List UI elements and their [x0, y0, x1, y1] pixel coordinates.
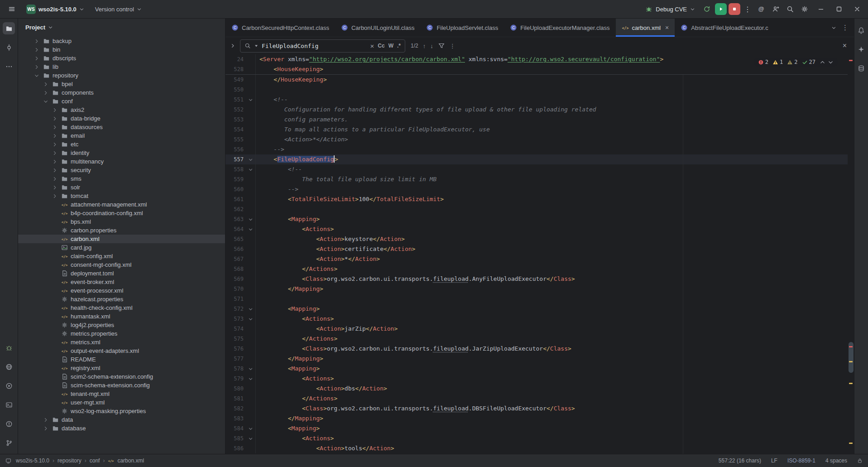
line-number[interactable]: 566	[225, 244, 245, 254]
mentions-button[interactable]: @	[755, 3, 767, 15]
close-search-button[interactable]: ×	[843, 42, 849, 50]
code-line-583[interactable]: 583 </Mapping>	[225, 414, 854, 424]
tree-item-datasources[interactable]: datasources	[18, 123, 225, 131]
tab-carbon.xml[interactable]: </>carbon.xml×	[616, 19, 675, 37]
line-number[interactable]: 571	[225, 294, 245, 304]
tree-item-lib[interactable]: lib	[18, 63, 225, 71]
code-line-557[interactable]: 557 <FileUploadConfig>	[225, 154, 854, 164]
filter-icon[interactable]	[438, 42, 445, 49]
tree-item-card.jpg[interactable]: card.jpg	[18, 243, 225, 252]
previous-match-button[interactable]: ↑	[423, 43, 426, 49]
tree-item-health-check-config.xml[interactable]: </>health-check-config.xml	[18, 303, 225, 312]
search-field[interactable]: FileUploadConfig × Cc W .*	[240, 39, 405, 53]
tree-item-scim2-schema-extension.config[interactable]: scim2-schema-extension.config	[18, 372, 225, 381]
rerun-button[interactable]	[700, 3, 713, 15]
tree-item-humantask.xml[interactable]: </>humantask.xml	[18, 312, 225, 321]
regex-toggle[interactable]: .*	[397, 43, 401, 49]
warning-stripe-mark[interactable]	[849, 443, 853, 444]
line-number[interactable]: 583	[225, 414, 245, 424]
chevron-right-icon[interactable]	[51, 149, 58, 157]
workspace-icon[interactable]	[5, 458, 11, 464]
chevron-right-icon[interactable]	[33, 38, 40, 45]
next-match-button[interactable]: ↓	[430, 43, 433, 49]
editor-scrollbar[interactable]	[848, 54, 854, 454]
words-toggle[interactable]: W	[388, 43, 393, 49]
tree-item-etc[interactable]: etc	[18, 140, 225, 149]
line-number[interactable]: 584	[225, 424, 245, 433]
tree-item-output-event-adapters.xml[interactable]: </>output-event-adapters.xml	[18, 347, 225, 355]
warning-stripe-mark[interactable]	[849, 361, 853, 362]
code-line-550[interactable]: 550	[225, 85, 854, 95]
tab-FileUploadExecutorManager.class[interactable]: CFileUploadExecutorManager.class	[504, 19, 615, 37]
line-number[interactable]: 564	[225, 224, 245, 234]
chevron-right-icon[interactable]	[42, 81, 49, 88]
line-number[interactable]: 569	[225, 274, 245, 284]
line-number[interactable]: 565	[225, 234, 245, 244]
line-number[interactable]: 585	[225, 433, 245, 443]
code-line-563[interactable]: 563 <Mapping>	[225, 214, 854, 224]
code-line-569[interactable]: 569 <Class>org.wso2.carbon.ui.transports…	[225, 274, 854, 284]
code-line-570[interactable]: 570 </Mapping>	[225, 284, 854, 294]
tree-item-data[interactable]: data	[18, 415, 225, 424]
clear-search-icon[interactable]: ×	[370, 43, 374, 49]
more-tools-button[interactable]	[3, 60, 15, 72]
tree-item-sms[interactable]: sms	[18, 174, 225, 183]
tree-item-data-bridge[interactable]: data-bridge	[18, 114, 225, 123]
tree-item-tomcat[interactable]: tomcat	[18, 192, 225, 200]
code-line-560[interactable]: 560 -->	[225, 184, 854, 194]
code-line-574[interactable]: 574 <Action>jarZip</Action>	[225, 324, 854, 334]
chevron-right-icon[interactable]	[51, 115, 58, 122]
line-number[interactable]: 551	[225, 95, 245, 105]
fold-icon[interactable]	[245, 214, 255, 224]
code-line-573[interactable]: 573 <Actions>	[225, 314, 854, 324]
project-widget[interactable]: WS wso2is-5.10.0	[24, 3, 87, 15]
chevron-right-icon[interactable]	[51, 184, 58, 191]
tree-item-backup[interactable]: backup	[18, 37, 225, 45]
code-line-578[interactable]: 578 <Mapping>	[225, 364, 854, 374]
code-editor[interactable]: 24<Server xmlns="http://wso2.org/project…	[225, 54, 854, 454]
code-line-553[interactable]: 553 config parameters.	[225, 115, 854, 125]
fold-icon[interactable]	[245, 304, 255, 314]
search-everywhere-button[interactable]	[784, 3, 796, 15]
line-number[interactable]: 572	[225, 304, 245, 314]
tab-AbstractFileUploadExecutor.c[interactable]: CAbstractFileUploadExecutor.c	[675, 19, 774, 37]
tree-item-scim-schema-extension.config[interactable]: scim-schema-extension.config	[18, 381, 225, 390]
error-stripe-mark[interactable]	[849, 60, 853, 61]
main-menu-button[interactable]	[5, 3, 18, 15]
tree-item-conf[interactable]: conf	[18, 97, 225, 106]
line-number[interactable]: 528	[225, 64, 245, 74]
code-line-582[interactable]: 582 <Class>org.wso2.carbon.ui.transports…	[225, 404, 854, 414]
chevron-right-icon[interactable]	[51, 106, 58, 114]
line-number[interactable]: 559	[225, 174, 245, 184]
tab-options-button[interactable]: ⋮	[842, 24, 849, 32]
minimize-button[interactable]	[813, 0, 829, 18]
line-number[interactable]: 550	[225, 85, 245, 95]
readonly-lock-icon[interactable]	[857, 458, 863, 463]
match-case-toggle[interactable]: Cc	[378, 43, 384, 49]
next-problem-icon[interactable]	[828, 59, 834, 65]
tree-item-bin[interactable]: bin	[18, 45, 225, 54]
code-line-554[interactable]: 554 To map all actions to a particular F…	[225, 125, 854, 135]
tree-item-security[interactable]: security	[18, 166, 225, 174]
line-number[interactable]: 558	[225, 164, 245, 174]
git-tool-button[interactable]	[3, 437, 15, 449]
fold-icon[interactable]	[245, 314, 255, 324]
line-number[interactable]: 573	[225, 314, 245, 324]
breadcrumb-item-conf[interactable]: conf	[90, 457, 100, 464]
code-line-558[interactable]: 558 <!--	[225, 164, 854, 174]
tree-item-metrics.properties[interactable]: metrics.properties	[18, 329, 225, 338]
line-number[interactable]: 562	[225, 204, 245, 214]
code-line-555[interactable]: 555 <Action>*</Action>	[225, 135, 854, 144]
line-separator[interactable]: LF	[771, 457, 777, 464]
code-line-584[interactable]: 584 <Mapping>	[225, 424, 854, 433]
run-configuration-selector[interactable]: Debug CVE	[642, 4, 699, 14]
tree-item-components[interactable]: components	[18, 88, 225, 97]
stop-button[interactable]	[729, 3, 740, 15]
tree-item-README[interactable]: README	[18, 355, 225, 364]
code-line-585[interactable]: 585 <Actions>	[225, 433, 854, 443]
tree-item-deployment.toml[interactable]: deployment.toml	[18, 269, 225, 278]
line-number[interactable]: 554	[225, 125, 245, 135]
services-tool-button[interactable]	[3, 361, 15, 373]
chevron-right-icon[interactable]	[42, 416, 49, 424]
chevron-right-icon[interactable]	[51, 124, 58, 131]
